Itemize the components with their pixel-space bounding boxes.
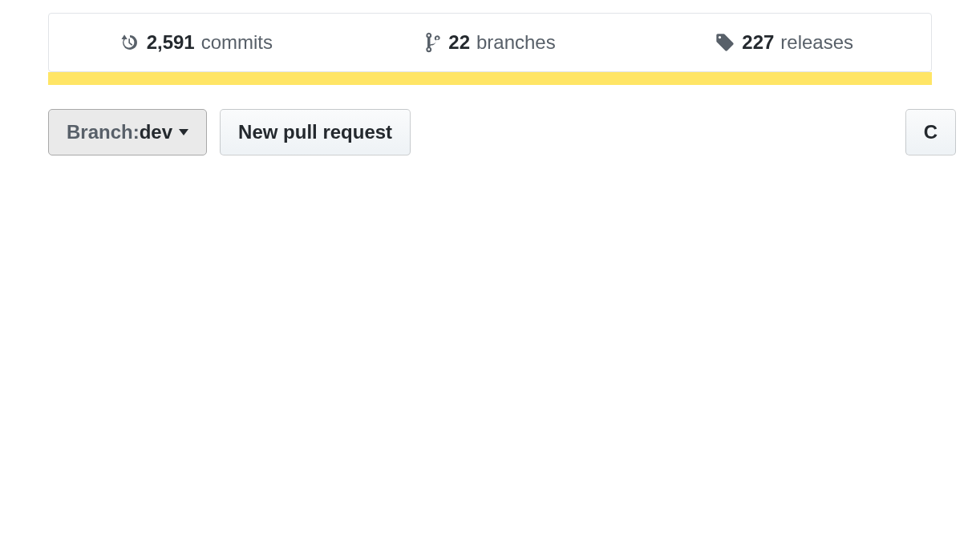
right-button[interactable]: C <box>905 109 956 155</box>
branches-label: branches <box>476 31 556 54</box>
branch-selector-button[interactable]: Branch: dev <box>48 109 207 155</box>
chevron-down-icon <box>179 129 188 135</box>
repo-stats-bar: 2,591 commits 22 branches 227 releases <box>48 13 932 72</box>
releases-stat[interactable]: 227 releases <box>637 14 931 71</box>
branch-prefix: Branch: <box>67 121 140 143</box>
actions-row: Branch: dev New pull request C Switch br… <box>48 109 932 155</box>
git-branch-icon <box>424 31 442 54</box>
commits-count: 2,591 <box>147 31 195 54</box>
branches-stat[interactable]: 22 branches <box>343 14 638 71</box>
branch-current: dev <box>140 121 172 143</box>
commits-stat[interactable]: 2,591 commits <box>49 14 343 71</box>
history-icon <box>119 32 140 53</box>
releases-label: releases <box>780 31 853 54</box>
yellow-strip <box>48 72 932 85</box>
releases-count: 227 <box>742 31 774 54</box>
new-pull-request-button[interactable]: New pull request <box>220 109 411 155</box>
tag-icon <box>715 32 735 53</box>
commits-label: commits <box>201 31 273 54</box>
branches-count: 22 <box>448 31 470 54</box>
